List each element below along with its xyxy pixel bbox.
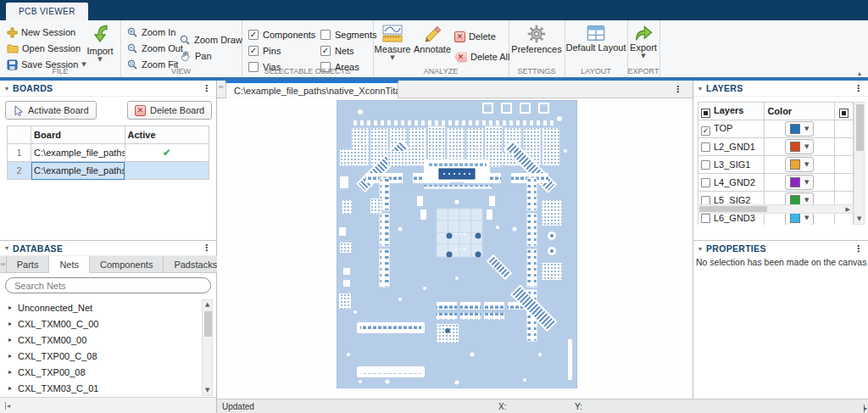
- layer-name: L3_SIG1: [714, 159, 750, 170]
- preferences-button[interactable]: Preferences: [510, 25, 563, 54]
- checkbox-icon: ✓: [248, 46, 259, 56]
- database-tab-components[interactable]: Components: [90, 256, 164, 272]
- import-button[interactable]: Import ▼: [84, 25, 116, 63]
- layer-row[interactable]: L2_GND1▼: [698, 138, 854, 156]
- layers-menu-icon[interactable]: ⋮: [854, 83, 863, 94]
- scroll-up-icon[interactable]: ▲: [205, 302, 209, 308]
- board-row[interactable]: 2C:\example_file_paths\...: [8, 162, 209, 180]
- database-tab-parts[interactable]: Parts: [7, 256, 50, 272]
- document-tab-menu-icon[interactable]: ⋮: [673, 84, 682, 95]
- extra-column-checkbox[interactable]: [839, 109, 849, 118]
- database-tab-nets[interactable]: Nets: [49, 256, 90, 273]
- layers-scroll-down-icon[interactable]: ▼: [857, 216, 861, 222]
- layer-checkbox[interactable]: [701, 142, 710, 152]
- scroll-down-icon[interactable]: ▼: [205, 388, 209, 393]
- collapse-database-icon[interactable]: ▾: [5, 244, 8, 252]
- zoom-in-button[interactable]: Zoom In: [127, 25, 175, 39]
- net-item[interactable]: ▸Unconnected_Net: [0, 299, 217, 315]
- net-name: CXL_TXM00_00: [18, 335, 86, 345]
- board-row-path[interactable]: C:\example_file_paths\...: [31, 144, 125, 162]
- tab-grip-icon[interactable]: ≡: [0, 256, 7, 272]
- export-dropdown-caret[interactable]: ▼: [641, 53, 645, 59]
- layer-color-dropdown[interactable]: ▼: [785, 139, 814, 154]
- layers-vscrollbar-thumb[interactable]: [856, 104, 864, 151]
- expand-net-icon[interactable]: ▸: [8, 368, 12, 376]
- net-item[interactable]: ▸CXL_TXM00_C_00: [0, 315, 217, 332]
- net-item[interactable]: ▸CXL_TXP00_08: [0, 364, 217, 380]
- scroll-left-icon[interactable]: ◂: [7, 402, 10, 410]
- select-all-layers-checkbox[interactable]: [701, 109, 710, 118]
- board-row-index: 1: [8, 144, 31, 162]
- expand-net-icon[interactable]: ▸: [8, 352, 12, 360]
- measure-button[interactable]: Measure ▼: [375, 25, 410, 61]
- chevron-down-icon: ▼: [804, 180, 809, 186]
- layer-color-dropdown[interactable]: ▼: [785, 175, 814, 190]
- search-nets-input[interactable]: [5, 277, 211, 293]
- document-tab[interactable]: C:\example_file_paths\native_XconnTitan: [225, 81, 398, 98]
- nets-scrollbar[interactable]: ▲ ▼: [202, 299, 213, 396]
- nets-horizontal-scrollbar[interactable]: ◂: [0, 397, 216, 413]
- collapse-boards-icon[interactable]: ▾: [5, 85, 8, 92]
- layer-checkbox[interactable]: [701, 214, 710, 223]
- boards-header-active: Active: [125, 126, 209, 144]
- database-menu-icon[interactable]: ⋮: [202, 243, 211, 254]
- layers-panel-header[interactable]: ▾ LAYERS ⋮: [693, 81, 868, 97]
- pcb-board-graphic[interactable]: [337, 100, 577, 388]
- layer-row[interactable]: L4_GND2▼: [698, 174, 854, 192]
- boards-panel-header[interactable]: ▾ BOARDS ⋮: [0, 81, 216, 97]
- database-panel-header[interactable]: ▾ DATABASE ⋮: [0, 240, 216, 256]
- layer-checkbox[interactable]: [701, 178, 710, 187]
- layer-name-cell: ✓TOP: [698, 120, 765, 138]
- expand-net-icon[interactable]: ▸: [8, 320, 12, 327]
- layers-scroll-right-icon[interactable]: ▶: [846, 207, 850, 213]
- expand-net-icon[interactable]: ▸: [8, 336, 12, 343]
- export-button[interactable]: Export ▼: [627, 25, 659, 59]
- layer-checkbox[interactable]: [701, 160, 710, 170]
- annotate-button[interactable]: Annotate: [412, 25, 453, 54]
- pcb-canvas[interactable]: [217, 98, 693, 399]
- zoom-out-button[interactable]: Zoom Out: [127, 42, 183, 55]
- layers-hscrollbar[interactable]: ▶: [698, 204, 854, 214]
- net-item[interactable]: ▸CXL_TXM00_00: [0, 332, 217, 348]
- doc-tab-grip-icon[interactable]: ≡: [217, 83, 225, 91]
- properties-panel-header[interactable]: ▾ PROPERTIES ⋮: [693, 240, 868, 256]
- expand-net-icon[interactable]: ▸: [8, 384, 12, 392]
- selectable-checkbox-components[interactable]: ✓Components: [248, 30, 320, 40]
- activate-board-button[interactable]: Activate Board: [5, 101, 97, 120]
- board-row[interactable]: 1C:\example_file_paths\...✔: [8, 144, 209, 162]
- layer-checkbox[interactable]: ✓: [701, 126, 710, 136]
- layer-name: L4_GND2: [714, 177, 755, 187]
- checkbox-label: Segments: [335, 30, 377, 40]
- net-item[interactable]: ▸CXL_TXM03_C_01: [0, 380, 217, 396]
- layer-color-cell: ▼: [765, 120, 834, 138]
- layer-color-dropdown[interactable]: ▼: [785, 121, 814, 137]
- tab-pcb-viewer[interactable]: PCB VIEWER: [6, 3, 88, 20]
- properties-menu-icon[interactable]: ⋮: [854, 243, 863, 254]
- layers-hscrollbar-thumb[interactable]: [699, 206, 767, 212]
- board-row-path[interactable]: C:\example_file_paths\...: [31, 162, 125, 180]
- status-x-label: X:: [498, 402, 506, 411]
- collapse-ribbon-icon[interactable]: ▴: [858, 70, 861, 77]
- selectable-checkbox-pins[interactable]: ✓Pins: [248, 46, 320, 56]
- expand-net-icon[interactable]: ▸: [8, 304, 12, 311]
- delete-button[interactable]: ✕ Delete: [454, 30, 496, 43]
- zoom-draw-button[interactable]: Zoom Draw: [180, 33, 242, 47]
- collapse-layers-icon[interactable]: ▾: [698, 85, 702, 92]
- open-session-button[interactable]: Open Session: [7, 42, 81, 55]
- import-dropdown-caret[interactable]: ▼: [97, 57, 102, 63]
- layer-color-dropdown[interactable]: ▼: [785, 157, 814, 172]
- new-session-button[interactable]: New Session: [7, 25, 75, 39]
- layers-vscrollbar[interactable]: ▼: [854, 102, 865, 225]
- delete-all-button[interactable]: ✕ Delete All: [454, 50, 509, 64]
- layer-row[interactable]: ✓TOP▼: [698, 120, 854, 138]
- collapse-properties-icon[interactable]: ▾: [698, 245, 702, 253]
- measure-dropdown-caret[interactable]: ▼: [390, 55, 394, 61]
- nets-scrollbar-thumb[interactable]: [204, 311, 212, 337]
- delete-board-button[interactable]: ✕ Delete Board: [127, 101, 212, 120]
- net-item[interactable]: ▸CXL_TXP00_C_08: [0, 348, 217, 364]
- layer-row[interactable]: L3_SIG1▼: [698, 156, 854, 174]
- default-layout-button[interactable]: Default Layout: [565, 25, 627, 53]
- boards-menu-icon[interactable]: ⋮: [202, 83, 211, 94]
- new-session-label: New Session: [21, 27, 75, 37]
- pan-button[interactable]: Pan: [180, 49, 212, 63]
